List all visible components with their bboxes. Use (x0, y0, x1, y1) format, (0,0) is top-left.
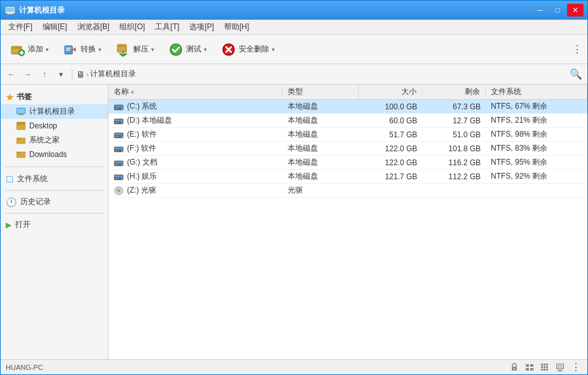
address-bar: ← → ↑ ▾ 🖥 › 计算机根目录 🔍 (1, 64, 587, 85)
maximize-button[interactable]: □ (549, 4, 566, 17)
convert-dropdown-icon: ▾ (98, 46, 102, 53)
svg-rect-48 (115, 150, 119, 151)
sidebar-item-system[interactable]: 系统之家 (1, 133, 108, 147)
add-button[interactable]: 添加 ▾ (4, 38, 55, 61)
convert-label: 转换 (81, 44, 96, 55)
header-name[interactable]: 名称 < (109, 85, 283, 99)
address-path: 🖥 › 计算机根目录 (76, 69, 566, 79)
menu-edit[interactable]: 编辑[E] (37, 20, 72, 34)
test-button[interactable]: 测试 ▾ (163, 38, 213, 61)
svg-point-37 (121, 121, 123, 123)
svg-point-32 (121, 107, 123, 109)
svg-rect-36 (115, 120, 123, 121)
menu-help[interactable]: 帮助[H] (219, 20, 254, 34)
cell-type: 本地磁盘 (283, 115, 359, 126)
cell-filesystem: NTFS, 92% 剩余 (486, 171, 587, 182)
menu-file[interactable]: 文件[F] (3, 20, 37, 34)
drive-icon (114, 186, 124, 196)
test-dropdown-icon: ▾ (204, 46, 207, 53)
svg-rect-26 (17, 138, 20, 140)
list-row[interactable]: (C:) 系统 本地磁盘 100.0 GB 67.3 GB NTFS, 67% … (109, 100, 587, 114)
svg-rect-56 (115, 176, 123, 177)
sidebar-item-history[interactable]: 🕐 历史记录 (1, 193, 108, 210)
svg-rect-66 (530, 364, 533, 367)
svg-rect-21 (19, 114, 23, 114)
lock-icon[interactable] (509, 362, 520, 373)
sidebar-divider-3 (6, 213, 103, 214)
bookmark-star-icon: ★ (6, 92, 14, 102)
list-row[interactable]: (F:) 软件 本地磁盘 122.0 GB 101.8 GB NTFS, 83%… (109, 142, 587, 156)
list-view-icon[interactable] (524, 362, 535, 373)
menu-organize[interactable]: 组织[O] (114, 20, 150, 34)
back-button[interactable]: ← (4, 67, 18, 81)
header-filesystem[interactable]: 文件系统 (486, 85, 587, 99)
desktop-icon (16, 121, 26, 131)
drive-icon (114, 102, 124, 112)
svg-point-15 (170, 44, 182, 55)
cell-remaining: 112.2 GB (422, 172, 486, 181)
computer-icon (16, 107, 26, 117)
title-bar: 计算机根目录 ─ □ ✕ (1, 1, 587, 20)
convert-button[interactable]: 转换 ▾ (57, 38, 107, 61)
header-type[interactable]: 类型 (283, 85, 359, 99)
svg-rect-65 (526, 368, 529, 371)
bookmarks-label: 书签 (17, 92, 32, 102)
extract-button[interactable]: 解压 ▾ (110, 38, 160, 61)
status-bar: HUANG-PC (1, 359, 587, 374)
svg-rect-31 (115, 106, 123, 107)
list-row[interactable]: (G:) 文档 本地磁盘 122.0 GB 116.2 GB NTFS, 95%… (109, 156, 587, 170)
add-dropdown-icon: ▾ (46, 46, 49, 53)
header-remaining[interactable]: 剩余 (422, 85, 486, 99)
sidebar-item-filesystem[interactable]: ◻ 文件系统 (1, 170, 108, 188)
path-text: 计算机根目录 (90, 69, 136, 79)
list-row[interactable]: (H:) 娱乐 本地磁盘 121.7 GB 112.2 GB NTFS, 92%… (109, 170, 587, 184)
toolbar-more-icon[interactable]: ⋮ (571, 43, 584, 56)
add-label: 添加 (28, 44, 43, 55)
sidebar-item-downloads[interactable]: Downloads (1, 147, 108, 161)
forward-button[interactable]: → (21, 67, 35, 81)
menu-options[interactable]: 选项[P] (184, 20, 219, 34)
menu-tools[interactable]: 工具[T] (150, 20, 184, 34)
cell-remaining: 51.0 GB (422, 130, 486, 139)
up-button[interactable]: ↑ (37, 67, 51, 81)
list-header: 名称 < 类型 大小 剩余 文件系统 (109, 85, 587, 100)
sidebar-item-desktop[interactable]: Desktop (1, 119, 108, 133)
cell-filesystem: NTFS, 21% 剩余 (486, 115, 587, 126)
close-button[interactable]: ✕ (567, 4, 584, 17)
cell-size: 122.0 GB (359, 158, 422, 167)
test-label: 测试 (186, 44, 201, 55)
cell-name: (G:) 文档 (109, 157, 283, 168)
svg-rect-24 (17, 122, 25, 125)
sidebar-divider-2 (6, 190, 103, 191)
svg-point-57 (121, 177, 123, 179)
cell-type: 本地磁盘 (283, 143, 359, 154)
svg-point-61 (118, 190, 119, 191)
main-content: ★ 书签 计算机根目录 (1, 85, 587, 359)
search-button[interactable]: 🔍 (568, 67, 584, 81)
svg-rect-53 (115, 164, 119, 165)
status-more-icon[interactable]: ⋮ (570, 361, 582, 374)
sidebar-item-computer[interactable]: 计算机根目录 (1, 104, 108, 119)
sidebar-item-open[interactable]: ▶ 打开 (1, 216, 108, 233)
delete-button[interactable]: 安全删除 ▾ (215, 38, 281, 61)
svg-rect-11 (66, 50, 70, 51)
cell-type: 本地磁盘 (283, 157, 359, 168)
computer-label: 计算机根目录 (29, 106, 75, 117)
window-icon (4, 4, 16, 16)
grid-view-icon[interactable] (539, 362, 551, 373)
list-row[interactable]: (E:) 软件 本地磁盘 51.7 GB 51.0 GB NTFS, 98% 剩… (109, 128, 587, 142)
list-row[interactable]: (Z:) 光驱 光驱 (109, 184, 587, 198)
cell-name: (E:) 软件 (109, 129, 283, 140)
minimize-button[interactable]: ─ (531, 4, 548, 17)
sort-indicator: < (131, 89, 134, 95)
cell-filesystem: NTFS, 98% 剩余 (486, 129, 587, 140)
menu-browser[interactable]: 浏览器[B] (72, 20, 115, 34)
cell-remaining: 101.8 GB (422, 144, 486, 153)
cell-name: (Z:) 光驱 (109, 185, 283, 196)
path-dropdown-button[interactable]: ▾ (54, 67, 68, 81)
header-size[interactable]: 大小 (359, 85, 422, 99)
svg-rect-1 (6, 8, 14, 12)
svg-rect-28 (17, 152, 20, 154)
thumbnail-view-icon[interactable] (554, 362, 566, 373)
list-row[interactable]: (D:) 本地磁盘 本地磁盘 60.0 GB 12.7 GB NTFS, 21%… (109, 114, 587, 128)
